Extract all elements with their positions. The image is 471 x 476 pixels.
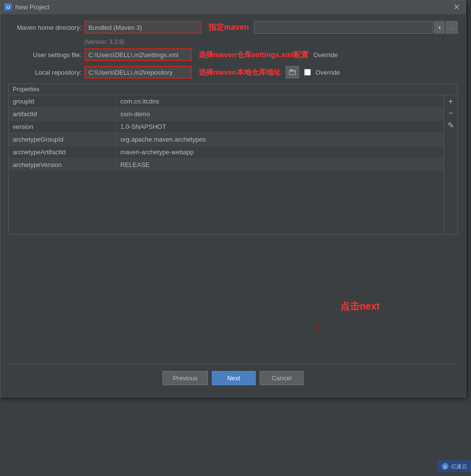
cancel-button[interactable]: Cancel — [260, 371, 304, 385]
button-bar: Previous Next Cancel — [8, 364, 458, 390]
override2-label: Override — [316, 69, 340, 76]
user-settings-input[interactable] — [84, 48, 192, 61]
watermark-icon: 云 — [441, 462, 449, 470]
next-annotation-text: 点击next — [340, 300, 380, 313]
prop-value: maven-archetype-webapp — [116, 146, 444, 159]
app-icon: IJ — [4, 3, 12, 11]
properties-content: groupId com.cn.itcdns artifactId ssm-dem… — [9, 95, 457, 234]
local-repo-label: Local repository: — [8, 69, 82, 76]
local-repo-row: Local repository: 选择maven本地仓库地址 Override — [8, 66, 458, 79]
local-repo-browse[interactable] — [286, 66, 299, 79]
override1-label: Override — [313, 51, 338, 59]
local-repo-annotation: 选择maven本地仓库地址 — [199, 68, 281, 77]
edit-property-button[interactable]: ✎ — [446, 120, 456, 130]
previous-button[interactable]: Previous — [163, 371, 208, 385]
watermark-text: 亿速云 — [451, 463, 467, 470]
properties-side-actions: + − ✎ — [444, 95, 457, 234]
maven-version-label: (Version: 3.3.9) — [84, 39, 458, 45]
table-row: archetypeGroupId org.apache.maven.archet… — [9, 133, 444, 146]
table-row: groupId com.cn.itcdns — [9, 95, 444, 108]
watermark: 云 亿速云 — [437, 460, 471, 472]
local-repo-input[interactable] — [84, 66, 192, 79]
user-settings-row: User settings file: 选择maven仓库settings.xm… — [8, 48, 458, 61]
prop-key: groupId — [9, 95, 116, 108]
next-arrow-icon: ↓ — [313, 314, 322, 335]
table-row: archetypeArtifactId maven-archetype-weba… — [9, 146, 444, 159]
prop-value: com.cn.itcdns — [116, 95, 444, 108]
window-title: New Project — [15, 3, 49, 11]
user-settings-label: User settings file: — [8, 51, 82, 59]
override2-checkbox[interactable] — [304, 69, 311, 76]
add-property-button[interactable]: + — [446, 96, 456, 107]
svg-text:云: 云 — [443, 465, 447, 469]
svg-rect-1 — [290, 69, 292, 71]
properties-section: Properties groupId com.cn.itcdns artifac… — [8, 83, 458, 235]
properties-table-wrapper: groupId com.cn.itcdns artifactId ssm-dem… — [9, 95, 444, 234]
maven-home-input[interactable] — [84, 21, 202, 34]
table-row: version 1.0-SNAPSHOT — [9, 121, 444, 133]
maven-home-row: Maven home directory: 指定maven ▾ … — [8, 21, 458, 34]
title-bar: IJ New Project ✕ — [0, 0, 466, 14]
next-button[interactable]: Next — [212, 371, 256, 385]
table-row: artifactId ssm-demo — [9, 108, 444, 121]
prop-value: org.apache.maven.archetypes — [116, 133, 444, 146]
prop-key: archetypeArtifactId — [9, 146, 116, 159]
svg-rect-0 — [289, 70, 295, 75]
dialog-content: Maven home directory: 指定maven ▾ … (Versi… — [0, 14, 466, 397]
properties-header: Properties — [9, 84, 457, 95]
prop-key: artifactId — [9, 108, 116, 121]
maven-home-label: Maven home directory: — [8, 24, 82, 31]
new-project-dialog: IJ New Project ✕ Maven home directory: 指… — [0, 0, 466, 397]
prop-value: 1.0-SNAPSHOT — [116, 121, 444, 133]
properties-table: groupId com.cn.itcdns artifactId ssm-dem… — [9, 95, 444, 171]
prop-value: RELEASE — [116, 159, 444, 171]
maven-home-annotation: 指定maven — [208, 22, 249, 33]
prop-key: version — [9, 121, 116, 133]
maven-home-browse[interactable]: … — [446, 21, 458, 34]
prop-key: archetypeVersion — [9, 159, 116, 171]
close-button[interactable]: ✕ — [451, 3, 462, 11]
prop-value: ssm-demo — [116, 108, 444, 121]
table-row: archetypeVersion RELEASE — [9, 159, 444, 171]
prop-key: archetypeGroupId — [9, 133, 116, 146]
annotation-area: 点击next ↓ — [8, 235, 458, 362]
remove-property-button[interactable]: − — [446, 108, 456, 119]
title-bar-left: IJ New Project — [4, 3, 49, 11]
maven-home-dropdown[interactable]: ▾ — [434, 21, 445, 34]
user-settings-annotation: 选择maven仓库settings.xml配置 — [199, 50, 308, 60]
